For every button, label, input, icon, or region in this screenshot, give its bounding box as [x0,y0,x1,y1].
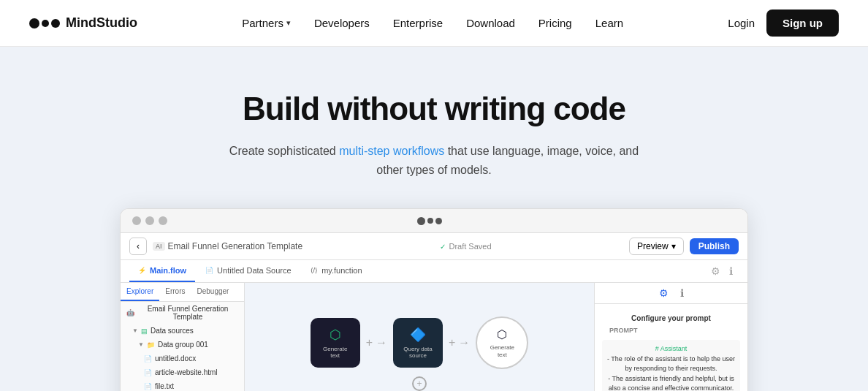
configure-title: Configure your prompt [602,310,740,324]
partners-arrow-icon: ▾ [286,18,291,28]
window-dot-3 [159,216,167,225]
html-icon: 📄 [144,369,152,376]
right-panel-tabs: ⚙ ℹ [595,283,747,304]
flow-node-generate1[interactable]: ⬡ Generatetext [311,318,360,368]
datasource-icon: 📄 [205,267,213,274]
sidebar-file-html[interactable]: 📄 article-website.html [121,365,244,379]
breadcrumb: AI Email Funnel Generation Template [153,241,302,251]
sidebar-tab-debugger[interactable]: Debugger [191,283,235,301]
generate1-icon: ⬡ [330,327,341,343]
publish-button[interactable]: Publish [690,238,739,254]
sidebar-tab-errors[interactable]: Errors [159,283,191,301]
back-button[interactable]: ‹ [129,238,147,255]
login-button[interactable]: Login [728,17,755,29]
logo[interactable]: MindStudio [29,15,137,31]
window-controls [132,216,167,225]
hero-section: Build without writing code Create sophis… [0,47,868,391]
preview-button[interactable]: Preview ▾ [629,238,684,255]
window-dot-1 [132,216,141,225]
prompt-content[interactable]: # Assistant - The role of the assistant … [602,340,740,391]
settings-icon[interactable]: ⚙ [711,265,720,277]
flow-tabs: ⚡ Main.flow 📄 Untitled Data Source ⟨/⟩ m… [121,260,747,283]
ai-badge: AI [153,242,165,251]
txt-icon: 📄 [144,383,152,390]
check-icon: ✓ [440,243,446,251]
sidebar-project-name[interactable]: 🤖 Email Funnel Generation Template [121,302,244,324]
configure-section: Configure your prompt Prompt # Assistant… [595,304,747,391]
project-icon: 🤖 [126,309,134,316]
datasources-caret-icon: ▼ [132,327,138,334]
toolbar-right: Preview ▾ Publish [629,238,739,255]
connector-1: +→ [366,336,387,349]
rpanel-tab-info[interactable]: ℹ [680,287,684,299]
nav-enterprise[interactable]: Enterprise [393,17,443,29]
datagroup-icon: 📁 [147,341,155,349]
query-icon: 🔷 [410,327,426,343]
nav-actions: Login Sign up [728,10,839,37]
tab-datasource[interactable]: 📄 Untitled Data Source [197,260,300,282]
signup-button[interactable]: Sign up [766,10,839,37]
rpanel-tab-settings[interactable]: ⚙ [659,287,669,299]
sidebar-tabs: Explorer Errors Debugger [121,283,244,302]
sidebar-file-txt[interactable]: 📄 file.txt [121,379,244,391]
prompt-label-row: Prompt [602,324,740,340]
connector-2: +→ [449,336,470,349]
add-node-below[interactable]: + [412,376,427,391]
hero-subtitle: Create sophisticated multi-step workflow… [215,142,653,179]
draft-status: ✓ Draft Saved [440,242,491,251]
project-title: Email Funnel Generation Template [168,241,303,251]
logo-text: MindStudio [66,15,137,31]
generate2-icon: ⬡ [497,327,507,341]
nav-download[interactable]: Download [466,17,515,29]
canvas-area[interactable]: ⬡ Generatetext +→ 🔷 Query datasource + [245,283,594,391]
function-icon: ⟨/⟩ [311,267,319,274]
datasources-icon: ▤ [141,327,148,335]
app-window: ‹ AI Email Funnel Generation Template ✓ … [120,208,748,391]
flow-node-query[interactable]: 🔷 Query datasource [393,318,443,368]
nav-developers[interactable]: Developers [314,17,370,29]
hero-sub-plain: Create sophisticated [229,145,339,157]
tab-function[interactable]: ⟨/⟩ my.function [302,260,371,282]
logo-icon [29,18,60,29]
nav-pricing[interactable]: Pricing [538,17,572,29]
nav-links: Partners ▾ Developers Enterprise Downloa… [242,17,623,29]
right-panel: ⚙ ℹ Configure your prompt Prompt # Assis… [594,283,747,391]
sidebar-datagroup[interactable]: ▼ 📁 Data group 001 [121,338,244,352]
sidebar-file-docx[interactable]: 📄 untitled.docx [121,352,244,365]
sidebar: Explorer Errors Debugger 🤖 Email Funnel … [121,283,245,391]
preview-arrow-icon: ▾ [671,241,676,251]
info-icon[interactable]: ℹ [729,265,733,277]
sidebar-datasources[interactable]: ▼ ▤ Data sources [121,324,244,338]
mainflow-icon: ⚡ [138,267,146,274]
nav-learn[interactable]: Learn [595,17,623,29]
hero-sub-highlight: multi-step workflows [339,145,444,157]
navbar: MindStudio Partners ▾ Developers Enterpr… [0,0,868,47]
window-toolbar: ‹ AI Email Funnel Generation Template ✓ … [121,233,747,260]
flow-node-generate2[interactable]: ⬡ Generatetext [476,316,528,369]
hero-title: Build without writing code [243,91,625,127]
docx-icon: 📄 [144,355,152,362]
sidebar-tab-explorer[interactable]: Explorer [121,283,159,301]
nav-partners[interactable]: Partners ▾ [242,17,291,29]
window-body: Explorer Errors Debugger 🤖 Email Funnel … [121,283,747,391]
tab-mainflow[interactable]: ⚡ Main.flow [129,260,195,282]
window-logo [417,217,442,225]
datagroup-caret-icon: ▼ [138,341,144,348]
window-dot-2 [145,216,154,225]
window-titlebar [121,209,747,233]
toolbar-left: ‹ AI Email Funnel Generation Template [129,238,302,255]
